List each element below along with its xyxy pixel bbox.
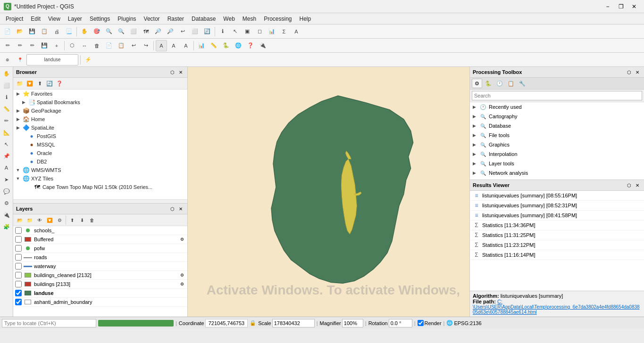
result-item-5[interactable]: Σ Statistics [11:31:25PM] bbox=[470, 230, 644, 240]
manage-layer-btn[interactable]: 👁 bbox=[35, 215, 44, 225]
open-attr-table-button[interactable]: 📊 bbox=[266, 26, 277, 37]
paste-feature-btn[interactable]: 📋 bbox=[116, 40, 127, 51]
save-as-button[interactable]: 📋 bbox=[39, 26, 50, 37]
recently-used-toggle[interactable]: ▶ bbox=[473, 105, 478, 109]
rotation-input[interactable] bbox=[389, 319, 412, 327]
toolbox-bookmark-tab[interactable]: 📋 bbox=[506, 79, 516, 88]
scale-input[interactable] bbox=[272, 319, 315, 327]
result-item-1[interactable]: ≡ listuniquevalues [summary] [08:55:16PM… bbox=[470, 191, 644, 201]
menu-layer[interactable]: Layer bbox=[64, 15, 86, 23]
browser-item-db2[interactable]: ● DB2 bbox=[13, 157, 187, 166]
measure-btn[interactable]: 📏 bbox=[208, 40, 219, 51]
edit3-btn[interactable]: ✏ bbox=[26, 40, 38, 51]
oracle-toggle[interactable] bbox=[21, 150, 26, 156]
buildings-options-icon[interactable]: ⚙ bbox=[179, 281, 185, 287]
render-checkbox[interactable] bbox=[418, 320, 424, 326]
menu-settings[interactable]: Settings bbox=[86, 15, 114, 23]
add-group-btn[interactable]: 📁 bbox=[25, 215, 34, 225]
home-toggle[interactable]: ▶ bbox=[15, 116, 21, 122]
toolbox-history-tab[interactable]: 🕐 bbox=[494, 79, 505, 88]
plugin-btn[interactable]: 🔌 bbox=[257, 40, 268, 51]
digitize-btn[interactable]: ✏ bbox=[2, 40, 13, 51]
label-tool-button[interactable]: A bbox=[291, 26, 302, 37]
layers-panel-header[interactable]: Layers ⬡ ✕ bbox=[13, 204, 187, 214]
select2-button[interactable]: ▣ bbox=[242, 26, 253, 37]
interpolation-toggle[interactable]: ▶ bbox=[473, 152, 478, 156]
map-canvas[interactable]: Activate Windows. To activate Windows, bbox=[188, 67, 469, 317]
layer-up-btn[interactable]: ⬆ bbox=[67, 215, 77, 225]
layer-pofw-checkbox[interactable] bbox=[15, 245, 22, 252]
map-tips-vtool[interactable]: 💬 bbox=[1, 186, 12, 197]
zoom-selected-button[interactable]: 🔎 bbox=[165, 26, 176, 37]
layer-remove-btn[interactable]: 🗑 bbox=[87, 215, 97, 225]
result-item-6[interactable]: Σ Statistics [11:23:12PM] bbox=[470, 240, 644, 250]
pan-map-button[interactable]: ✋ bbox=[79, 26, 90, 37]
select-button[interactable]: ↖ bbox=[229, 26, 241, 37]
browser-item-home[interactable]: ▶ 🏠 Home bbox=[13, 115, 187, 123]
browser-hscroll[interactable] bbox=[13, 199, 187, 203]
favorites-toggle[interactable]: ▶ bbox=[15, 91, 21, 97]
db2-toggle[interactable] bbox=[21, 159, 26, 164]
toolbox-layertools[interactable]: ▶ 🔍 Layer tools bbox=[470, 159, 644, 168]
stat-summary-button[interactable]: Σ bbox=[278, 26, 290, 37]
results-header[interactable]: Results Viewer ⬡ ✕ bbox=[470, 180, 644, 191]
toolbox-search-input[interactable] bbox=[472, 91, 642, 100]
browser-item-mssql[interactable]: ● MSSQL bbox=[13, 140, 187, 149]
new-project-button[interactable]: 📄 bbox=[2, 26, 13, 37]
label-a-btn[interactable]: A bbox=[156, 40, 167, 51]
measure-vtool[interactable]: 📏 bbox=[1, 103, 12, 114]
toolbox-recently-used[interactable]: ▶ 🕐 Recently used bbox=[470, 102, 644, 112]
crs-field[interactable]: 🌐 EPSG:2136 bbox=[446, 320, 481, 326]
undo-btn[interactable]: ↩ bbox=[128, 40, 139, 51]
open-layer-btn[interactable]: 📂 bbox=[15, 215, 25, 225]
label-vtool[interactable]: A bbox=[1, 162, 12, 173]
browser-collapse-btn[interactable]: ⬆ bbox=[35, 79, 44, 88]
menu-processing[interactable]: Processing bbox=[260, 15, 295, 23]
identify-button[interactable]: ℹ bbox=[217, 26, 228, 37]
layers-float-btn[interactable]: ⬡ bbox=[168, 205, 176, 212]
menu-view[interactable]: View bbox=[44, 15, 64, 23]
annotate-vtool[interactable]: ✏ bbox=[1, 115, 12, 126]
layer-buffered-checkbox[interactable] bbox=[15, 236, 22, 243]
result-item-3[interactable]: ≡ listuniquevalues [summary] [08:41:58PM… bbox=[470, 211, 644, 220]
browser-refresh-btn[interactable]: 🔄 bbox=[45, 79, 54, 88]
menu-mesh[interactable]: Mesh bbox=[239, 15, 260, 23]
results-float-btn[interactable]: ⬡ bbox=[625, 181, 633, 189]
graphics-toggle[interactable]: ▶ bbox=[473, 142, 478, 147]
pin-vtool[interactable]: 📌 bbox=[1, 150, 12, 162]
menu-project[interactable]: Project bbox=[2, 15, 27, 23]
bookmarks-toggle[interactable]: ▶ bbox=[21, 99, 26, 105]
results-list[interactable]: ≡ listuniquevalues [summary] [08:55:16PM… bbox=[470, 191, 644, 291]
browser-item-oracle[interactable]: ● Oracle bbox=[13, 149, 187, 157]
delete-btn[interactable]: 🗑 bbox=[91, 40, 102, 51]
deselect-button[interactable]: ◻ bbox=[254, 26, 265, 37]
browser-item-favorites[interactable]: ▶ ⭐ Favorites bbox=[13, 90, 187, 98]
open-project-button[interactable]: 📂 bbox=[14, 26, 25, 37]
settings2-vtool[interactable]: ⚙ bbox=[1, 197, 12, 209]
toolbox-graphics[interactable]: ▶ 🔍 Graphics bbox=[470, 140, 644, 149]
browser-tree[interactable]: ▶ ⭐ Favorites ▶ 📑 Spatial Bookmarks ▶ 📦 … bbox=[13, 90, 187, 199]
plugin3-vtool[interactable]: 🧩 bbox=[1, 221, 12, 232]
toolbox-cartography[interactable]: ▶ 🔍 Cartography bbox=[470, 112, 644, 121]
xyz-toggle[interactable]: ▼ bbox=[15, 176, 21, 181]
menu-database[interactable]: Database bbox=[188, 15, 219, 23]
label-b-btn[interactable]: A bbox=[168, 40, 179, 51]
toolbox-float-btn[interactable]: ⬡ bbox=[625, 68, 633, 76]
browser-item-wms[interactable]: ▼ 🌐 WMS/WMTS bbox=[13, 166, 187, 174]
filepath-link[interactable]: C: bbox=[497, 299, 502, 304]
toolbox-close-btn[interactable]: ✕ bbox=[634, 68, 641, 76]
capetown-toggle[interactable] bbox=[26, 184, 32, 190]
layer-schools-checkbox[interactable] bbox=[15, 227, 22, 234]
toolbox-interpolation[interactable]: ▶ 🔍 Interpolation bbox=[470, 149, 644, 159]
diagram-btn[interactable]: 📊 bbox=[196, 40, 207, 51]
add-feature-btn[interactable]: + bbox=[51, 40, 62, 51]
python-btn[interactable]: 🐍 bbox=[220, 40, 232, 51]
cartography-toggle[interactable]: ▶ bbox=[473, 114, 478, 119]
browser-item-capetown[interactable]: 🗺 Cape Town Topo Map NGI 1:50k (2010 Ser… bbox=[13, 183, 187, 191]
toolbox-database[interactable]: ▶ 🔍 Database bbox=[470, 121, 644, 131]
menu-web[interactable]: Web bbox=[219, 15, 238, 23]
locate-btn[interactable]: 📍 bbox=[14, 54, 25, 65]
layer-props-btn[interactable]: ⚙ bbox=[55, 215, 64, 225]
layer-item-ashanti[interactable]: ashanti_admin_boundary bbox=[13, 298, 187, 307]
browser-item-xyz[interactable]: ▼ 🌐 XYZ Tiles bbox=[13, 174, 187, 183]
